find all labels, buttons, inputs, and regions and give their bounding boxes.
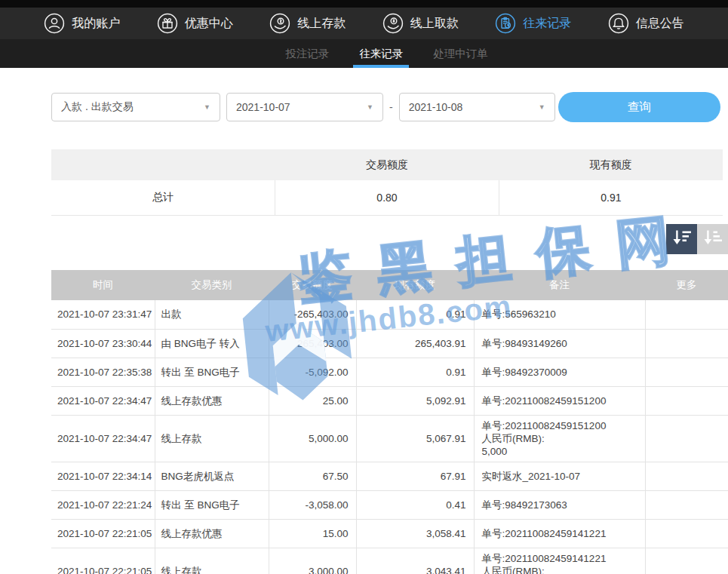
cell-more <box>645 548 728 574</box>
cell-amount: 67.50 <box>269 462 356 490</box>
cell-time: 2021-10-07 22:34:47 <box>51 386 155 415</box>
cell-balance: 5,092.91 <box>356 386 474 415</box>
table-row: 2021-10-07 23:31:47 出款 -265,403.00 0.91 … <box>51 300 728 329</box>
cell-amount: 25.00 <box>269 386 356 415</box>
main-navbar: 我的账户 优惠中心 <box>0 8 728 40</box>
nav-item-deposit[interactable]: 线上存款 <box>269 13 346 34</box>
cell-more <box>645 300 728 329</box>
nav-item-announcements[interactable]: 信息公告 <box>608 13 684 34</box>
cell-remark: 单号:202110082459141221人民币(RMB):3,000 <box>474 548 645 574</box>
chevron-down-icon: ▼ <box>539 103 545 111</box>
sort-ascending-button[interactable] <box>697 224 728 254</box>
cell-remark: 单号:98492173063 <box>474 490 645 519</box>
cell-balance: 0.91 <box>356 300 474 329</box>
cell-balance: 0.41 <box>356 490 474 519</box>
table-row: 2021-10-07 22:34:14 BNG老虎机返点 67.50 67.91… <box>51 462 728 490</box>
sort-ascending-icon <box>703 229 723 250</box>
top-strip <box>0 0 728 8</box>
transactions-body: 2021-10-07 23:31:47 出款 -265,403.00 0.91 … <box>51 300 728 574</box>
date-from-select[interactable]: 2021-10-07 ▼ <box>226 93 383 121</box>
cell-time: 2021-10-07 23:30:44 <box>51 329 155 358</box>
col-header-balance: 现有额度 <box>356 270 474 300</box>
cell-time: 2021-10-07 22:21:05 <box>51 519 155 548</box>
cell-more <box>645 329 728 358</box>
nav-label: 信息公告 <box>636 16 684 32</box>
cell-balance: 3,058.41 <box>356 519 474 548</box>
cell-remark: 单号:98492370009 <box>474 358 645 386</box>
cell-more <box>645 462 728 490</box>
cell-more <box>645 358 728 386</box>
tab-processing-orders[interactable]: 处理中订单 <box>433 39 488 68</box>
cell-remark: 单号:202110082459151200人民币(RMB):5,000 <box>474 415 645 462</box>
bell-icon <box>608 13 629 34</box>
cell-type: 转出 至 BNG电子 <box>155 358 269 386</box>
cell-amount: 15.00 <box>269 519 356 548</box>
table-row: 2021-10-07 22:21:05 线上存款优惠 15.00 3,058.4… <box>51 519 728 548</box>
cell-remark: 单号:565963210 <box>474 300 645 329</box>
col-header-type: 交易类别 <box>155 270 269 300</box>
cell-balance: 5,067.91 <box>356 415 474 462</box>
cell-amount: 5,000.00 <box>269 415 356 462</box>
cell-type: 线上存款 <box>155 415 269 462</box>
cell-type: 由 BNG电子 转入 <box>155 329 269 358</box>
cell-remark: 单号:202110082459141221 <box>474 519 645 548</box>
sort-controls <box>666 224 728 254</box>
cell-balance: 67.91 <box>356 462 474 490</box>
cell-amount: -5,092.00 <box>269 358 356 386</box>
nav-item-withdraw[interactable]: 线上取款 <box>382 13 459 34</box>
cell-remark: 实时返水_2021-10-07 <box>474 462 645 490</box>
tab-transaction-records[interactable]: 往来记录 <box>359 39 403 68</box>
sort-descending-icon <box>672 229 692 250</box>
cell-amount: -3,058.00 <box>269 490 356 519</box>
cell-time: 2021-10-07 22:35:38 <box>51 358 155 386</box>
nav-label: 线上存款 <box>297 16 346 32</box>
summary-header-trade-amount: 交易额度 <box>275 149 499 180</box>
summary-trade-amount: 0.80 <box>275 180 499 216</box>
table-row: 2021-10-07 22:21:24 转出 至 BNG电子 -3,058.00… <box>51 490 728 519</box>
cell-amount: 3,000.00 <box>269 548 356 574</box>
date-range-separator: - <box>389 101 393 113</box>
records-icon <box>495 13 516 34</box>
cell-time: 2021-10-07 23:31:47 <box>51 300 155 329</box>
sort-descending-button[interactable] <box>666 224 697 254</box>
chevron-down-icon: ▼ <box>204 103 210 111</box>
search-button[interactable]: 查询 <box>558 92 720 122</box>
cell-more <box>645 519 728 548</box>
col-header-amount: 交易额度 <box>269 270 356 300</box>
nav-label: 优惠中心 <box>185 16 233 32</box>
transaction-type-select[interactable]: 入款 . 出款交易 ▼ <box>51 93 220 121</box>
cell-time: 2021-10-07 22:34:47 <box>51 415 155 462</box>
cell-time: 2021-10-07 22:34:14 <box>51 462 155 490</box>
summary-balance: 0.91 <box>499 180 723 216</box>
date-to-value: 2021-10-08 <box>409 101 463 113</box>
cell-remark: 单号:202110082459151200 <box>474 386 645 415</box>
nav-item-my-account[interactable]: 我的账户 <box>44 13 120 34</box>
table-row: 2021-10-07 23:30:44 由 BNG电子 转入 265,403.0… <box>51 329 728 358</box>
summary-total-label: 总计 <box>51 180 275 216</box>
cell-more <box>645 490 728 519</box>
cell-amount: -265,403.00 <box>269 300 356 329</box>
cell-type: 出款 <box>155 300 269 329</box>
nav-label: 我的账户 <box>72 16 120 32</box>
cell-more <box>645 386 728 415</box>
summary-row: 总计 0.80 0.91 <box>51 180 723 216</box>
nav-item-promotions[interactable]: 优惠中心 <box>157 13 233 34</box>
cell-type: 线上存款 <box>155 548 269 574</box>
date-to-select[interactable]: 2021-10-08 ▼ <box>399 93 555 121</box>
cell-balance: 0.91 <box>356 358 474 386</box>
col-header-more: 更多 <box>645 270 728 300</box>
summary-header-empty <box>51 149 275 180</box>
cell-type: BNG老虎机返点 <box>155 462 269 490</box>
cell-amount: 265,403.00 <box>269 329 356 358</box>
withdraw-icon <box>382 13 404 34</box>
nav-item-records[interactable]: 往来记录 <box>495 13 571 34</box>
gift-icon <box>157 13 178 34</box>
deposit-icon <box>269 13 290 34</box>
col-header-remark: 备注 <box>474 270 645 300</box>
date-from-value: 2021-10-07 <box>236 101 290 113</box>
nav-label: 往来记录 <box>523 16 571 32</box>
cell-time: 2021-10-07 22:21:24 <box>51 490 155 519</box>
nav-label: 线上取款 <box>410 16 459 32</box>
transactions-table: 时间 交易类别 交易额度 现有额度 备注 更多 2021-10-07 23:31… <box>51 270 728 574</box>
tab-betting-records[interactable]: 投注记录 <box>285 39 329 68</box>
